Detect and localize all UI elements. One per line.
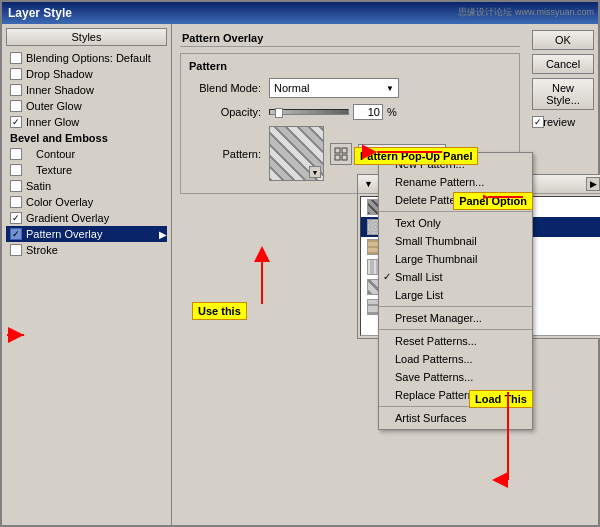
checkbox-satin[interactable] xyxy=(10,180,22,192)
checkbox-texture[interactable] xyxy=(10,164,22,176)
checkbox-stroke[interactable] xyxy=(10,244,22,256)
svg-rect-3 xyxy=(342,155,347,160)
active-indicator: ▶ xyxy=(159,229,167,240)
opacity-controls: % xyxy=(269,104,397,120)
sub-section-title: Pattern xyxy=(189,60,511,72)
sidebar-item-pattern-overlay[interactable]: Pattern Overlay ▶ xyxy=(6,226,167,242)
menu-divider-2 xyxy=(379,306,532,307)
checkbox-outer-glow[interactable] xyxy=(10,100,22,112)
menu-item-reset-patterns[interactable]: Reset Patterns... xyxy=(379,332,532,350)
menu-divider-1 xyxy=(379,211,532,212)
sidebar-item-texture[interactable]: Texture xyxy=(6,162,167,178)
pattern-preview[interactable]: ▼ xyxy=(269,126,324,181)
menu-item-large-thumbnail[interactable]: Large Thumbnail xyxy=(379,250,532,268)
menu-item-load-patterns[interactable]: Load Patterns... xyxy=(379,350,532,368)
svg-rect-2 xyxy=(335,155,340,160)
cancel-button[interactable]: Cancel xyxy=(532,54,594,74)
left-panel: Styles Blending Options: Default Drop Sh… xyxy=(2,24,172,525)
popup-expand-button[interactable]: ▶ xyxy=(586,177,600,191)
preview-row: Preview xyxy=(532,114,594,130)
sidebar-item-bevel-emboss[interactable]: Bevel and Emboss xyxy=(6,130,167,146)
menu-item-preset-manager[interactable]: Preset Manager... xyxy=(379,309,532,327)
checkbox-gradient-overlay[interactable] xyxy=(10,212,22,224)
blend-mode-label: Blend Mode: xyxy=(189,82,269,94)
svg-rect-1 xyxy=(342,148,347,153)
checkbox-drop-shadow[interactable] xyxy=(10,68,22,80)
annotation-use-this: Use this xyxy=(192,302,247,320)
pattern-dropdown-btn[interactable]: ▼ xyxy=(309,166,321,178)
blend-mode-select[interactable]: Normal ▼ xyxy=(269,78,399,98)
dialog-title: Layer Style xyxy=(8,6,72,20)
pattern-label: Pattern: xyxy=(189,148,269,160)
styles-header: Styles xyxy=(6,28,167,46)
sidebar-item-inner-shadow[interactable]: Inner Shadow xyxy=(6,82,167,98)
blend-mode-row: Blend Mode: Normal ▼ xyxy=(189,78,511,98)
checkbox-contour[interactable] xyxy=(10,148,22,160)
checkbox-inner-glow[interactable] xyxy=(10,116,22,128)
sidebar-item-inner-glow[interactable]: Inner Glow xyxy=(6,114,167,130)
annotation-panel-option: Panel Option xyxy=(453,192,533,210)
opacity-row: Opacity: % xyxy=(189,104,511,120)
button-panel: OK Cancel New Style... Preview xyxy=(528,24,598,136)
sidebar-item-drop-shadow[interactable]: Drop Shadow xyxy=(6,66,167,82)
menu-item-artist-surfaces[interactable]: Artist Surfaces xyxy=(379,409,532,427)
opacity-unit: % xyxy=(387,106,397,118)
menu-item-small-thumbnail[interactable]: Small Thumbnail xyxy=(379,232,532,250)
sidebar-item-satin[interactable]: Satin xyxy=(6,178,167,194)
menu-item-large-list[interactable]: Large List xyxy=(379,286,532,304)
menu-item-rename-pattern[interactable]: Rename Pattern... xyxy=(379,173,532,191)
popup-header-spacer: ▼ xyxy=(364,179,373,189)
ok-button[interactable]: OK xyxy=(532,30,594,50)
opacity-input[interactable] xyxy=(353,104,383,120)
watermark: 思缘设计论坛 www.missyuan.com xyxy=(458,6,594,19)
checkbox-pattern-overlay[interactable] xyxy=(10,228,22,240)
layer-style-dialog: Layer Style 思缘设计论坛 www.missyuan.com Styl… xyxy=(0,0,600,527)
section-title: Pattern Overlay xyxy=(180,30,520,47)
menu-item-save-patterns[interactable]: Save Patterns... xyxy=(379,368,532,386)
sidebar-item-blending[interactable]: Blending Options: Default xyxy=(6,50,167,66)
menu-item-small-list[interactable]: Small List xyxy=(379,268,532,286)
blend-mode-arrow: ▼ xyxy=(386,84,394,93)
sidebar-item-gradient-overlay[interactable]: Gradient Overlay xyxy=(6,210,167,226)
checkbox-inner-shadow[interactable] xyxy=(10,84,22,96)
opacity-slider[interactable] xyxy=(269,109,349,115)
tile-svg xyxy=(334,147,348,161)
opacity-thumb[interactable] xyxy=(275,108,283,118)
sidebar-item-stroke[interactable]: Stroke xyxy=(6,242,167,258)
menu-divider-3 xyxy=(379,329,532,330)
new-style-button[interactable]: New Style... xyxy=(532,78,594,110)
opacity-label: Opacity: xyxy=(189,106,269,118)
menu-item-text-only[interactable]: Text Only xyxy=(379,214,532,232)
checkbox-blending[interactable] xyxy=(10,52,22,64)
sidebar-item-outer-glow[interactable]: Outer Glow xyxy=(6,98,167,114)
tile-icon[interactable] xyxy=(330,143,352,165)
annotation-load-this: Load This xyxy=(469,390,533,408)
sidebar-item-color-overlay[interactable]: Color Overlay xyxy=(6,194,167,210)
sidebar-item-contour[interactable]: Contour xyxy=(6,146,167,162)
annotation-popup-panel: Pattern Pop-Up Panel xyxy=(354,147,478,165)
checkbox-color-overlay[interactable] xyxy=(10,196,22,208)
preview-checkbox[interactable] xyxy=(532,116,544,128)
svg-rect-0 xyxy=(335,148,340,153)
